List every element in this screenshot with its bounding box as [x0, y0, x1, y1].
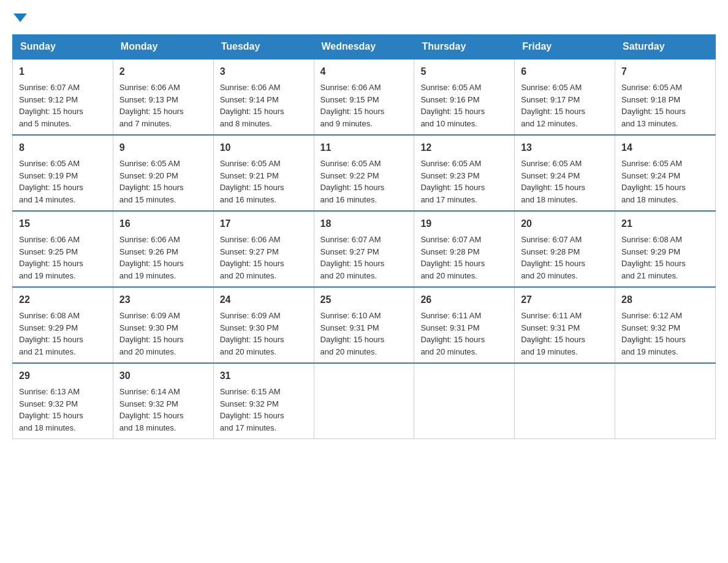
calendar-cell	[515, 363, 615, 439]
logo-arrow-icon	[13, 13, 27, 22]
day-info: Sunrise: 6:14 AM Sunset: 9:32 PM Dayligh…	[119, 387, 184, 432]
day-number: 16	[119, 216, 207, 231]
calendar-table: SundayMondayTuesdayWednesdayThursdayFrid…	[12, 34, 716, 439]
day-info: Sunrise: 6:08 AM Sunset: 9:29 PM Dayligh…	[19, 311, 83, 356]
day-number: 1	[19, 64, 107, 79]
days-of-week-row: SundayMondayTuesdayWednesdayThursdayFrid…	[13, 35, 716, 59]
day-info: Sunrise: 6:06 AM Sunset: 9:27 PM Dayligh…	[220, 235, 284, 280]
calendar-cell	[615, 363, 716, 439]
day-number: 24	[220, 293, 308, 307]
calendar-cell: 2 Sunrise: 6:06 AM Sunset: 9:13 PM Dayli…	[113, 59, 213, 135]
calendar-cell: 27 Sunrise: 6:11 AM Sunset: 9:31 PM Dayl…	[515, 287, 615, 363]
day-info: Sunrise: 6:08 AM Sunset: 9:29 PM Dayligh…	[621, 235, 686, 280]
calendar-cell: 1 Sunrise: 6:07 AM Sunset: 9:12 PM Dayli…	[13, 59, 113, 135]
calendar-cell: 5 Sunrise: 6:05 AM Sunset: 9:16 PM Dayli…	[414, 59, 515, 135]
day-info: Sunrise: 6:07 AM Sunset: 9:12 PM Dayligh…	[19, 83, 83, 128]
calendar-cell: 29 Sunrise: 6:13 AM Sunset: 9:32 PM Dayl…	[13, 363, 113, 439]
calendar-cell: 12 Sunrise: 6:05 AM Sunset: 9:23 PM Dayl…	[414, 135, 515, 211]
calendar-cell: 26 Sunrise: 6:11 AM Sunset: 9:31 PM Dayl…	[414, 287, 515, 363]
calendar-week-1: 1 Sunrise: 6:07 AM Sunset: 9:12 PM Dayli…	[13, 59, 716, 135]
day-number: 4	[320, 64, 408, 79]
day-number: 12	[420, 140, 508, 155]
calendar-cell: 6 Sunrise: 6:05 AM Sunset: 9:17 PM Dayli…	[515, 59, 615, 135]
day-info: Sunrise: 6:09 AM Sunset: 9:30 PM Dayligh…	[220, 311, 284, 356]
day-number: 29	[19, 369, 107, 383]
day-number: 6	[521, 64, 609, 79]
day-info: Sunrise: 6:05 AM Sunset: 9:21 PM Dayligh…	[220, 159, 284, 204]
calendar-cell: 9 Sunrise: 6:05 AM Sunset: 9:20 PM Dayli…	[113, 135, 213, 211]
calendar-cell: 4 Sunrise: 6:06 AM Sunset: 9:15 PM Dayli…	[314, 59, 414, 135]
day-info: Sunrise: 6:05 AM Sunset: 9:17 PM Dayligh…	[521, 83, 585, 128]
day-info: Sunrise: 6:07 AM Sunset: 9:28 PM Dayligh…	[521, 235, 585, 280]
day-number: 11	[320, 140, 408, 155]
calendar-cell: 25 Sunrise: 6:10 AM Sunset: 9:31 PM Dayl…	[314, 287, 414, 363]
calendar-cell: 23 Sunrise: 6:09 AM Sunset: 9:30 PM Dayl…	[113, 287, 213, 363]
calendar-cell: 15 Sunrise: 6:06 AM Sunset: 9:25 PM Dayl…	[13, 211, 113, 287]
calendar-header: SundayMondayTuesdayWednesdayThursdayFrid…	[13, 35, 716, 59]
day-number: 28	[621, 293, 709, 307]
day-info: Sunrise: 6:05 AM Sunset: 9:23 PM Dayligh…	[420, 159, 485, 204]
day-info: Sunrise: 6:11 AM Sunset: 9:31 PM Dayligh…	[521, 311, 585, 356]
day-of-week-monday: Monday	[113, 35, 213, 59]
day-info: Sunrise: 6:15 AM Sunset: 9:32 PM Dayligh…	[220, 387, 284, 432]
calendar-cell: 3 Sunrise: 6:06 AM Sunset: 9:14 PM Dayli…	[213, 59, 314, 135]
day-number: 9	[119, 140, 207, 155]
calendar-week-4: 22 Sunrise: 6:08 AM Sunset: 9:29 PM Dayl…	[13, 287, 716, 363]
day-info: Sunrise: 6:11 AM Sunset: 9:31 PM Dayligh…	[420, 311, 485, 356]
day-number: 21	[621, 216, 709, 231]
day-number: 25	[320, 293, 408, 307]
day-info: Sunrise: 6:13 AM Sunset: 9:32 PM Dayligh…	[19, 387, 83, 432]
day-of-week-thursday: Thursday	[414, 35, 515, 59]
day-info: Sunrise: 6:05 AM Sunset: 9:22 PM Dayligh…	[320, 159, 385, 204]
day-number: 7	[621, 64, 709, 79]
calendar-cell: 7 Sunrise: 6:05 AM Sunset: 9:18 PM Dayli…	[615, 59, 716, 135]
day-of-week-saturday: Saturday	[615, 35, 716, 59]
day-number: 31	[220, 369, 308, 383]
day-of-week-tuesday: Tuesday	[213, 35, 314, 59]
calendar-cell: 17 Sunrise: 6:06 AM Sunset: 9:27 PM Dayl…	[213, 211, 314, 287]
day-info: Sunrise: 6:07 AM Sunset: 9:28 PM Dayligh…	[420, 235, 485, 280]
day-info: Sunrise: 6:09 AM Sunset: 9:30 PM Dayligh…	[119, 311, 184, 356]
calendar-cell: 30 Sunrise: 6:14 AM Sunset: 9:32 PM Dayl…	[113, 363, 213, 439]
day-info: Sunrise: 6:12 AM Sunset: 9:32 PM Dayligh…	[621, 311, 686, 356]
calendar-cell	[414, 363, 515, 439]
day-number: 30	[119, 369, 207, 383]
day-info: Sunrise: 6:06 AM Sunset: 9:25 PM Dayligh…	[19, 235, 83, 280]
calendar-cell: 11 Sunrise: 6:05 AM Sunset: 9:22 PM Dayl…	[314, 135, 414, 211]
day-info: Sunrise: 6:05 AM Sunset: 9:24 PM Dayligh…	[521, 159, 585, 204]
day-number: 17	[220, 216, 308, 231]
calendar-week-3: 15 Sunrise: 6:06 AM Sunset: 9:25 PM Dayl…	[13, 211, 716, 287]
day-info: Sunrise: 6:05 AM Sunset: 9:19 PM Dayligh…	[19, 159, 83, 204]
calendar-cell: 22 Sunrise: 6:08 AM Sunset: 9:29 PM Dayl…	[13, 287, 113, 363]
day-number: 26	[420, 293, 508, 307]
calendar-week-5: 29 Sunrise: 6:13 AM Sunset: 9:32 PM Dayl…	[13, 363, 716, 439]
day-number: 3	[220, 64, 308, 79]
day-info: Sunrise: 6:06 AM Sunset: 9:14 PM Dayligh…	[220, 83, 284, 128]
calendar-cell: 19 Sunrise: 6:07 AM Sunset: 9:28 PM Dayl…	[414, 211, 515, 287]
day-info: Sunrise: 6:06 AM Sunset: 9:15 PM Dayligh…	[320, 83, 385, 128]
day-info: Sunrise: 6:05 AM Sunset: 9:18 PM Dayligh…	[621, 83, 686, 128]
day-number: 10	[220, 140, 308, 155]
day-number: 18	[320, 216, 408, 231]
day-number: 8	[19, 140, 107, 155]
calendar-cell: 21 Sunrise: 6:08 AM Sunset: 9:29 PM Dayl…	[615, 211, 716, 287]
day-number: 13	[521, 140, 609, 155]
calendar-cell: 28 Sunrise: 6:12 AM Sunset: 9:32 PM Dayl…	[615, 287, 716, 363]
day-of-week-sunday: Sunday	[13, 35, 113, 59]
calendar-cell: 13 Sunrise: 6:05 AM Sunset: 9:24 PM Dayl…	[515, 135, 615, 211]
day-number: 27	[521, 293, 609, 307]
calendar-cell: 20 Sunrise: 6:07 AM Sunset: 9:28 PM Dayl…	[515, 211, 615, 287]
day-info: Sunrise: 6:06 AM Sunset: 9:26 PM Dayligh…	[119, 235, 184, 280]
calendar-cell: 16 Sunrise: 6:06 AM Sunset: 9:26 PM Dayl…	[113, 211, 213, 287]
day-number: 5	[420, 64, 508, 79]
day-info: Sunrise: 6:06 AM Sunset: 9:13 PM Dayligh…	[119, 83, 184, 128]
day-number: 19	[420, 216, 508, 231]
calendar-cell: 24 Sunrise: 6:09 AM Sunset: 9:30 PM Dayl…	[213, 287, 314, 363]
page-header	[12, 12, 716, 22]
day-of-week-friday: Friday	[515, 35, 615, 59]
calendar-cell: 10 Sunrise: 6:05 AM Sunset: 9:21 PM Dayl…	[213, 135, 314, 211]
calendar-cell: 18 Sunrise: 6:07 AM Sunset: 9:27 PM Dayl…	[314, 211, 414, 287]
calendar-week-2: 8 Sunrise: 6:05 AM Sunset: 9:19 PM Dayli…	[13, 135, 716, 211]
day-info: Sunrise: 6:05 AM Sunset: 9:20 PM Dayligh…	[119, 159, 184, 204]
day-number: 20	[521, 216, 609, 231]
